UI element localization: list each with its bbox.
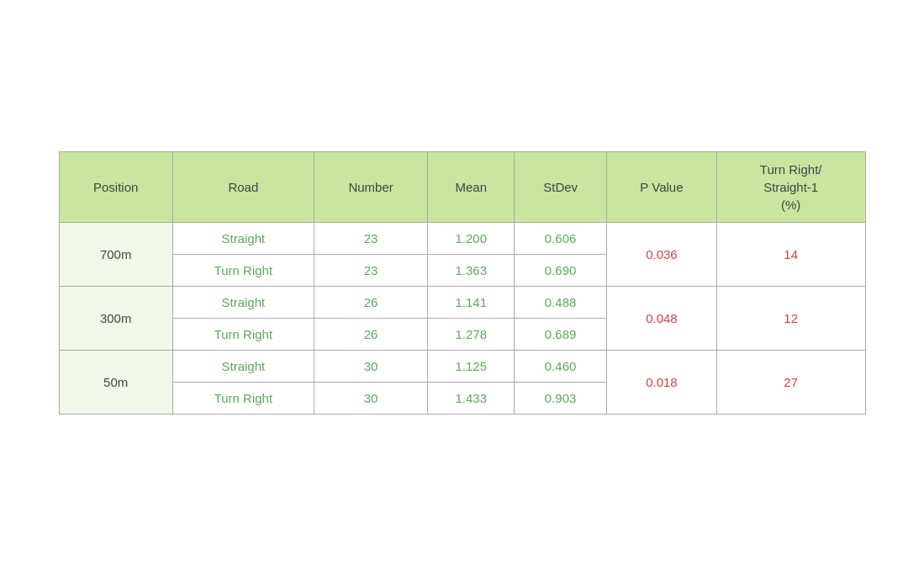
road-cell: Straight [172, 350, 314, 382]
road-cell: Straight [172, 222, 314, 254]
col-road: Road [172, 151, 314, 222]
position-cell: 300m [59, 286, 172, 350]
position-cell: 50m [59, 350, 172, 414]
table-row: 700mStraight231.2000.6060.03614 [59, 222, 865, 254]
number-cell: 30 [314, 350, 427, 382]
pct-cell: 12 [716, 286, 865, 350]
number-cell: 23 [314, 254, 427, 286]
number-cell: 26 [314, 318, 427, 350]
number-cell: 30 [314, 382, 427, 414]
col-number: Number [314, 151, 427, 222]
pvalue-cell: 0.018 [607, 350, 717, 414]
col-mean: Mean [428, 151, 515, 222]
stdev-cell: 0.488 [515, 286, 607, 318]
number-cell: 23 [314, 222, 427, 254]
col-position: Position [59, 151, 172, 222]
pvalue-cell: 0.036 [607, 222, 717, 286]
pct-cell: 14 [716, 222, 865, 286]
table-row: 50mStraight301.1250.4600.01827 [59, 350, 865, 382]
mean-cell: 1.125 [428, 350, 515, 382]
road-cell: Straight [172, 286, 314, 318]
number-cell: 26 [314, 286, 427, 318]
mean-cell: 1.363 [428, 254, 515, 286]
mean-cell: 1.278 [428, 318, 515, 350]
mean-cell: 1.141 [428, 286, 515, 318]
table-row: 300mStraight261.1410.4880.04812 [59, 286, 865, 318]
stdev-cell: 0.903 [515, 382, 607, 414]
stdev-cell: 0.690 [515, 254, 607, 286]
stdev-cell: 0.460 [515, 350, 607, 382]
road-cell: Turn Right [172, 318, 314, 350]
col-turnright-straight: Turn Right/ Straight-1 (%) [716, 151, 865, 222]
stdev-cell: 0.606 [515, 222, 607, 254]
header-row: Position Road Number Mean StDev P Value … [59, 151, 865, 222]
table-wrapper: Position Road Number Mean StDev P Value … [59, 151, 866, 415]
data-table: Position Road Number Mean StDev P Value … [59, 151, 866, 415]
pct-cell: 27 [716, 350, 865, 414]
stdev-cell: 0.689 [515, 318, 607, 350]
road-cell: Turn Right [172, 254, 314, 286]
road-cell: Turn Right [172, 382, 314, 414]
position-cell: 700m [59, 222, 172, 286]
mean-cell: 1.433 [428, 382, 515, 414]
col-stdev: StDev [515, 151, 607, 222]
mean-cell: 1.200 [428, 222, 515, 254]
col-pvalue: P Value [607, 151, 717, 222]
pvalue-cell: 0.048 [607, 286, 717, 350]
